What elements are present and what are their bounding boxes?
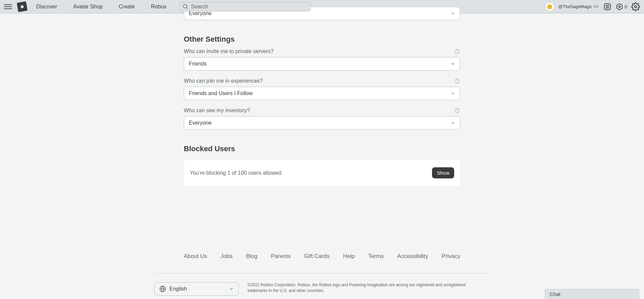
setting-label-row: Who can see my inventory?	[184, 108, 460, 114]
footer-help[interactable]: Help	[343, 253, 355, 260]
main-content: Everyone Other Settings Who can invite m…	[0, 7, 644, 186]
footer-jobs[interactable]: Jobs	[221, 253, 233, 260]
setting-label: Who can invite me to private servers?	[184, 48, 274, 54]
chat-label: Chat	[550, 291, 560, 297]
nav-robux[interactable]: Robux	[151, 4, 166, 10]
setting-label-row: Who can join me in experiences?	[184, 78, 460, 84]
svg-marker-4	[617, 3, 623, 9]
nav-discover[interactable]: Discover	[36, 4, 57, 10]
footer-terms[interactable]: Terms	[368, 253, 384, 260]
select-value: Friends	[189, 61, 207, 67]
blocked-users-text: You're blocking 1 of 100 users allowed:	[190, 170, 282, 176]
footer-divider	[154, 273, 490, 273]
username-text: @TheSageMagic	[558, 4, 592, 9]
private-servers-select[interactable]: Friends	[184, 57, 460, 71]
age-label: 13+	[593, 5, 599, 8]
search-icon	[182, 4, 189, 10]
footer-blog[interactable]: Blog	[246, 253, 258, 260]
primary-nav: Discover Avatar Shop Create Robux	[36, 4, 166, 10]
footer-bottom: English ©2022 Roblox Corporation. Roblox…	[154, 282, 490, 296]
help-icon[interactable]	[454, 48, 460, 54]
help-icon[interactable]	[454, 78, 460, 84]
chevron-down-icon	[450, 91, 455, 96]
inventory-select[interactable]: Everyone	[184, 116, 460, 130]
blocked-users-card: You're blocking 1 of 100 users allowed: …	[184, 160, 460, 186]
footer-parents[interactable]: Parents	[271, 253, 291, 260]
header-right: 🙂 @TheSageMagic 13+ 0	[545, 2, 640, 11]
chevron-down-icon	[229, 287, 234, 291]
robux-amount: 0	[625, 4, 627, 9]
copyright-text: ©2022 Roblox Corporation. Roblox, the Ro…	[248, 282, 476, 294]
svg-point-12	[457, 112, 457, 112]
svg-point-5	[619, 6, 621, 8]
svg-point-6	[635, 5, 637, 8]
nav-avatar-shop[interactable]: Avatar Shop	[73, 4, 103, 10]
setting-label: Who can join me in experiences?	[184, 78, 263, 84]
svg-point-10	[457, 82, 457, 82]
language-value: English	[169, 286, 187, 292]
show-button[interactable]: Show	[432, 167, 454, 178]
username-label[interactable]: @TheSageMagic 13+	[558, 4, 599, 9]
other-settings-heading: Other Settings	[184, 35, 460, 44]
footer-links: About Us Jobs Blog Parents Gift Cards He…	[0, 253, 644, 260]
blocked-users-heading: Blocked Users	[184, 144, 460, 153]
avatar[interactable]: 🙂	[545, 2, 554, 11]
join-experiences-select[interactable]: Friends and Users I Follow	[184, 87, 460, 100]
chevron-down-icon	[450, 11, 455, 16]
select-value: Friends and Users I Follow	[189, 90, 253, 96]
globe-icon	[159, 286, 166, 292]
settings-icon[interactable]	[631, 2, 640, 11]
chevron-down-icon	[450, 121, 455, 125]
select-value: Everyone	[189, 10, 212, 16]
help-icon[interactable]	[454, 108, 460, 114]
footer-accessibility[interactable]: Accessibility	[397, 253, 428, 260]
logo-icon[interactable]	[17, 1, 28, 12]
nav-create[interactable]: Create	[119, 4, 135, 10]
chevron-down-icon	[450, 61, 455, 66]
select-value: Everyone	[189, 120, 212, 126]
footer-gift-cards[interactable]: Gift Cards	[304, 253, 330, 260]
setting-label-row: Who can invite me to private servers?	[184, 48, 460, 54]
search-container	[180, 2, 311, 11]
language-select[interactable]: English	[154, 282, 239, 296]
footer-about[interactable]: About Us	[184, 253, 207, 260]
menu-icon[interactable]	[4, 3, 12, 11]
search-input[interactable]	[180, 2, 311, 11]
chat-tab[interactable]: Chat	[545, 289, 639, 299]
notifications-icon[interactable]	[603, 2, 612, 11]
svg-point-8	[457, 52, 457, 53]
robux-balance[interactable]: 0	[616, 3, 627, 10]
setting-label: Who can see my inventory?	[184, 108, 250, 114]
footer-privacy[interactable]: Privacy	[442, 253, 461, 260]
